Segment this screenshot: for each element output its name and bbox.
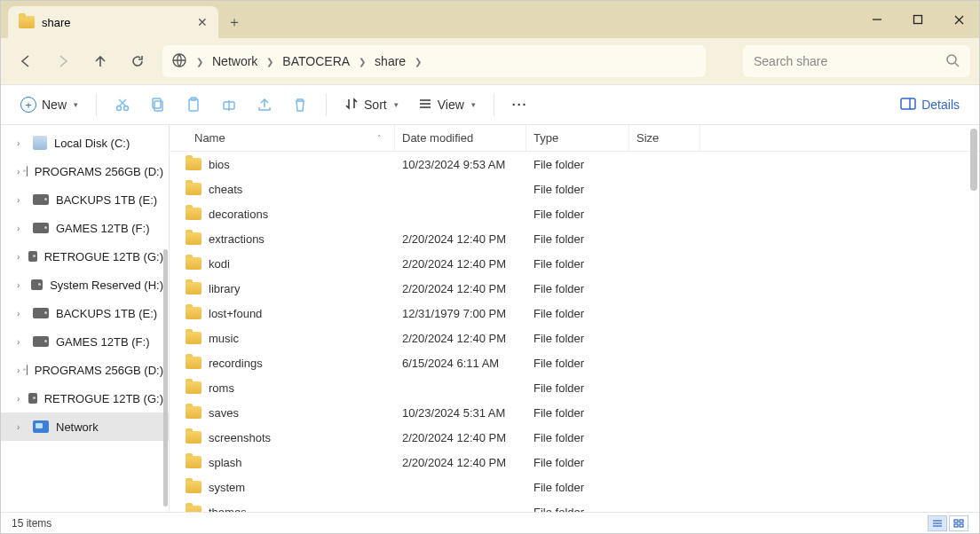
rename-button[interactable]: [214, 90, 244, 120]
search-input[interactable]: Search share: [743, 45, 970, 77]
svg-rect-13: [189, 99, 198, 111]
new-button[interactable]: + New ▾: [13, 90, 85, 120]
chevron-right-icon: ›: [17, 394, 21, 404]
up-button[interactable]: [84, 45, 116, 77]
nav-item-retrogue-2[interactable]: ›RETROGUE 12TB (G:): [1, 384, 169, 412]
file-size: [629, 400, 700, 425]
file-name: decorations: [209, 208, 268, 221]
address-bar-row: ❯ Network ❯ BATOCERA ❯ share ❯ Search sh…: [1, 38, 979, 84]
table-row[interactable]: recordings6/15/2024 6:11 AMFile folder: [170, 350, 979, 375]
file-type: File folder: [526, 475, 629, 499]
nav-item-games[interactable]: ›GAMES 12TB (F:): [1, 214, 169, 242]
breadcrumb[interactable]: ❯ Network ❯ BATOCERA ❯ share ❯: [162, 45, 706, 77]
file-scrollbar[interactable]: [970, 129, 977, 191]
drive-icon: [28, 393, 36, 404]
folder-icon: [186, 332, 202, 344]
table-row[interactable]: themesFile folder: [170, 499, 979, 512]
drive-icon: [33, 223, 49, 233]
file-name: themes: [209, 506, 247, 513]
nav-item-retrogue[interactable]: ›RETROGUE 12TB (G:): [1, 242, 169, 271]
file-name: saves: [209, 406, 239, 420]
list-icon: [418, 97, 432, 114]
folder-icon: [186, 506, 202, 512]
chevron-right-icon[interactable]: ❯: [411, 57, 425, 67]
file-type: File folder: [526, 276, 629, 301]
file-type: File folder: [526, 400, 629, 425]
refresh-button[interactable]: [122, 45, 154, 77]
chevron-right-icon[interactable]: ❯: [355, 57, 369, 67]
svg-rect-28: [960, 524, 963, 527]
svg-rect-1: [914, 16, 922, 24]
details-label: Details: [921, 98, 960, 112]
nav-item-programs[interactable]: ›PROGRAMS 256GB (D:): [1, 157, 169, 185]
view-button[interactable]: View ▾: [411, 90, 483, 120]
table-row[interactable]: screenshots2/20/2024 12:40 PMFile folder: [170, 425, 979, 450]
close-tab-icon[interactable]: ✕: [197, 15, 208, 29]
table-row[interactable]: romsFile folder: [170, 375, 979, 400]
nav-item-local-disk[interactable]: ›Local Disk (C:): [1, 129, 169, 157]
copy-button[interactable]: [143, 90, 173, 120]
tab-title: share: [42, 16, 71, 29]
back-button[interactable]: [10, 45, 42, 77]
disk-icon: [33, 136, 47, 150]
chevron-right-icon[interactable]: ❯: [263, 57, 277, 67]
separator: [494, 93, 494, 116]
table-row[interactable]: kodi2/20/2024 12:40 PMFile folder: [170, 251, 979, 276]
nav-item-games-2[interactable]: ›GAMES 12TB (F:): [1, 327, 169, 356]
nav-item-programs-2[interactable]: ›PROGRAMS 256GB (D:): [1, 356, 169, 384]
tab-share[interactable]: share ✕: [8, 6, 218, 38]
sort-button[interactable]: Sort ▾: [337, 90, 406, 120]
table-row[interactable]: lost+found12/31/1979 7:00 PMFile folder: [170, 301, 979, 326]
column-header-type[interactable]: Type: [526, 125, 629, 151]
table-row[interactable]: cheatsFile folder: [170, 177, 979, 201]
file-size: [629, 375, 700, 400]
nav-item-backups-2[interactable]: ›BACKUPS 1TB (E:): [1, 299, 169, 327]
file-name: bios: [209, 158, 230, 171]
table-row[interactable]: bios10/23/2024 9:53 AMFile folder: [170, 152, 979, 177]
nav-item-system-reserved[interactable]: ›System Reserved (H:): [1, 271, 169, 299]
new-tab-button[interactable]: ＋: [218, 6, 250, 38]
more-button[interactable]: ···: [505, 90, 535, 120]
table-row[interactable]: extractions2/20/2024 12:40 PMFile folder: [170, 226, 979, 251]
column-header-date[interactable]: Date modified: [395, 125, 526, 151]
table-row[interactable]: systemFile folder: [170, 475, 979, 499]
nav-item-backups[interactable]: ›BACKUPS 1TB (E:): [1, 185, 169, 214]
file-size: [629, 301, 700, 326]
paste-button[interactable]: [178, 90, 209, 120]
breadcrumb-batocera[interactable]: BATOCERA: [282, 54, 350, 68]
table-row[interactable]: library2/20/2024 12:40 PMFile folder: [170, 276, 979, 301]
file-date: [395, 177, 526, 201]
file-type: File folder: [526, 201, 629, 226]
file-date: [395, 499, 526, 512]
main-content: ›Local Disk (C:) ›PROGRAMS 256GB (D:) ›B…: [1, 125, 979, 512]
thumbnails-view-toggle[interactable]: [949, 515, 968, 531]
nav-label: Local Disk (C:): [54, 137, 130, 150]
delete-button[interactable]: [285, 90, 315, 120]
file-name: music: [209, 332, 239, 345]
minimize-button[interactable]: [857, 1, 897, 38]
breadcrumb-share[interactable]: share: [375, 54, 406, 68]
file-name: system: [209, 481, 245, 494]
breadcrumb-network[interactable]: Network: [212, 54, 257, 68]
navigation-pane[interactable]: ›Local Disk (C:) ›PROGRAMS 256GB (D:) ›B…: [1, 125, 170, 512]
table-row[interactable]: saves10/23/2024 5:31 AMFile folder: [170, 400, 979, 425]
column-header-size[interactable]: Size: [629, 125, 700, 151]
maximize-button[interactable]: [897, 1, 938, 38]
file-date: 2/20/2024 12:40 PM: [395, 450, 526, 475]
close-window-button[interactable]: [938, 1, 979, 38]
cut-button[interactable]: [107, 90, 138, 120]
folder-icon: [186, 307, 202, 319]
nav-item-network[interactable]: ›Network: [1, 412, 169, 441]
table-row[interactable]: splash2/20/2024 12:40 PMFile folder: [170, 450, 979, 475]
table-row[interactable]: decorationsFile folder: [170, 201, 979, 226]
forward-button[interactable]: [47, 45, 79, 77]
chevron-right-icon[interactable]: ❯: [193, 57, 207, 67]
details-view-toggle[interactable]: [928, 515, 947, 531]
nav-label: BACKUPS 1TB (E:): [56, 307, 157, 320]
nav-scrollbar[interactable]: [163, 249, 168, 507]
file-date: 10/23/2024 9:53 AM: [395, 152, 526, 177]
column-header-name[interactable]: Name˄: [170, 125, 395, 151]
share-button[interactable]: [249, 90, 280, 120]
details-button[interactable]: Details: [893, 90, 967, 120]
table-row[interactable]: music2/20/2024 12:40 PMFile folder: [170, 326, 979, 350]
